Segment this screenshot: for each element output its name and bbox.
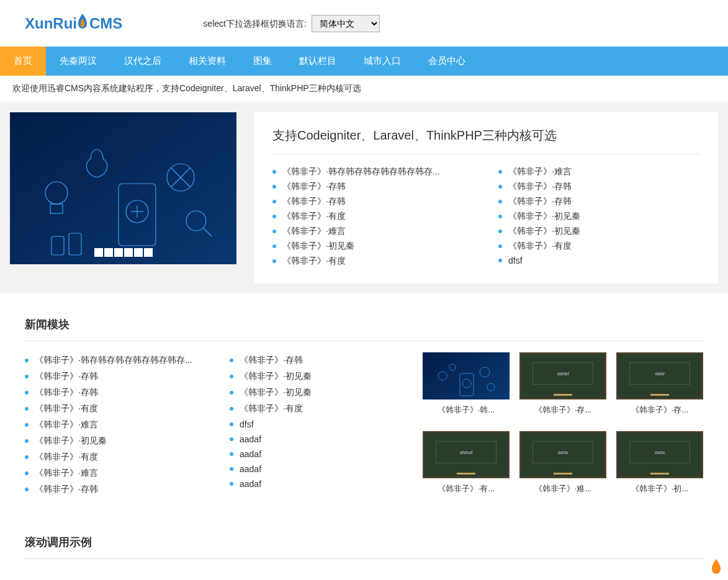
- nav-item[interactable]: 城市入口: [350, 47, 415, 76]
- thumb-item[interactable]: dsfds《韩非子》·难...: [519, 431, 606, 497]
- list-item[interactable]: 《韩非子》·初见秦: [498, 209, 699, 224]
- list-item-link[interactable]: 《韩非子》·存韩: [240, 355, 303, 366]
- thumb-image[interactable]: dafsf: [616, 352, 703, 399]
- list-item[interactable]: dfsf: [230, 417, 403, 432]
- list-item-link[interactable]: 《韩非子》·难言: [35, 468, 98, 479]
- thumb-image[interactable]: dafdsf: [519, 352, 606, 399]
- list-item[interactable]: 《韩非子》·存韩: [25, 481, 199, 497]
- slider-dot[interactable]: [94, 248, 103, 257]
- list-item[interactable]: 《韩非子》·存韩: [230, 352, 403, 368]
- nav-item[interactable]: 图集: [240, 47, 285, 76]
- list-item-link[interactable]: 《韩非子》·有度: [35, 452, 98, 463]
- list-item[interactable]: 《韩非子》·初见秦: [230, 385, 403, 401]
- nav-item[interactable]: 汉代之后: [110, 47, 175, 76]
- svg-point-19: [487, 383, 495, 391]
- list-item[interactable]: 《韩非子》·有度: [230, 401, 403, 417]
- list-item[interactable]: 《韩非子》·初见秦: [498, 224, 699, 239]
- list-item[interactable]: 《韩非子》·存韩: [272, 194, 474, 209]
- list-item-link[interactable]: 《韩非子》·有度: [35, 403, 98, 414]
- list-item[interactable]: aadaf: [230, 432, 403, 447]
- list-item-link[interactable]: 《韩非子》·有度: [282, 211, 346, 222]
- list-item-link[interactable]: 《韩非子》·存韩: [282, 196, 346, 207]
- list-item[interactable]: 《韩非子》·初见秦: [25, 433, 199, 449]
- list-item-link[interactable]: 《韩非子》·存韩: [508, 196, 572, 207]
- list-item[interactable]: 《韩非子》·存韩: [498, 194, 699, 209]
- list-item-link[interactable]: 《韩非子》·有度: [240, 403, 303, 414]
- list-item[interactable]: 《韩非子》·有度: [25, 449, 199, 465]
- list-item[interactable]: 《韩非子》·初见秦: [272, 239, 474, 254]
- thumb-image[interactable]: dsfds: [519, 431, 606, 478]
- list-item[interactable]: 《韩非子》·难言: [272, 224, 474, 239]
- thumb-image[interactable]: dfsfsdf: [423, 431, 510, 478]
- nav-item[interactable]: 会员中心: [415, 47, 479, 76]
- list-item-link[interactable]: 《韩非子》·初见秦: [508, 226, 580, 237]
- list-item[interactable]: 《韩非子》·存韩: [272, 179, 474, 194]
- list-item[interactable]: 《韩非子》·存韩: [25, 368, 199, 385]
- list-item[interactable]: 《韩非子》·有度: [25, 401, 199, 417]
- news-section: 新闻模块 《韩非子》·韩存韩存韩存韩存韩存韩存...《韩非子》·存韩《韩非子》·…: [10, 303, 718, 511]
- svg-point-17: [449, 364, 456, 370]
- thumb-item[interactable]: dafdsf《韩非子》·存...: [519, 352, 606, 419]
- list-item[interactable]: 《韩非子》·有度: [272, 209, 474, 224]
- list-item[interactable]: 《韩非子》·存韩: [498, 179, 699, 194]
- list-item-link[interactable]: 《韩非子》·初见秦: [35, 435, 107, 447]
- list-item-link[interactable]: 《韩非子》·初见秦: [282, 241, 354, 252]
- list-item-link[interactable]: aadaf: [240, 449, 261, 459]
- thumb-image[interactable]: dsfdx: [616, 431, 703, 478]
- list-item-link[interactable]: 《韩非子》·存韩: [35, 387, 98, 398]
- scroll-section: 滚动调用示例: [10, 521, 718, 580]
- list-item-link[interactable]: 《韩非子》·有度: [282, 256, 346, 267]
- list-item[interactable]: 《韩非子》·韩存韩存韩存韩存韩存韩存...: [272, 164, 474, 179]
- list-item[interactable]: 《韩非子》·难言: [498, 164, 699, 179]
- nav-item[interactable]: 默认栏目: [285, 47, 350, 76]
- logo[interactable]: XunRuiCMS: [25, 12, 122, 34]
- list-item-link[interactable]: 《韩非子》·初见秦: [240, 371, 312, 382]
- list-item-link[interactable]: 《韩非子》·韩存韩存韩存韩存韩存韩存...: [35, 355, 192, 366]
- slider-dot[interactable]: [114, 248, 123, 257]
- list-item[interactable]: dfsf: [498, 254, 699, 267]
- list-item-link[interactable]: 《韩非子》·初见秦: [508, 211, 580, 222]
- list-item[interactable]: aadaf: [230, 447, 403, 462]
- list-item-link[interactable]: 《韩非子》·存韩: [35, 371, 98, 382]
- list-item[interactable]: 《韩非子》·有度: [272, 254, 474, 269]
- feature-panel-title: 支持Codeigniter、Laravel、ThinkPHP三种内核可选: [272, 127, 699, 154]
- list-item[interactable]: 《韩非子》·初见秦: [230, 368, 403, 385]
- slider-dot[interactable]: [134, 248, 143, 257]
- list-item-link[interactable]: dfsf: [508, 256, 523, 265]
- list-item-link[interactable]: 《韩非子》·存韩: [35, 484, 98, 495]
- list-item-link[interactable]: 《韩非子》·初见秦: [240, 387, 312, 398]
- list-item-link[interactable]: dfsf: [240, 419, 254, 429]
- list-item-link[interactable]: 《韩非子》·难言: [282, 226, 346, 237]
- list-item-link[interactable]: 《韩非子》·难言: [508, 166, 572, 177]
- slider-dot[interactable]: [144, 248, 153, 257]
- list-item[interactable]: 《韩非子》·存韩: [25, 385, 199, 401]
- list-item[interactable]: 《韩非子》·难言: [25, 417, 199, 433]
- nav-item[interactable]: 首页: [0, 47, 46, 76]
- list-item-link[interactable]: 《韩非子》·难言: [35, 419, 98, 431]
- slider-dot[interactable]: [104, 248, 113, 257]
- language-select[interactable]: 简体中文: [312, 15, 380, 32]
- list-item-link[interactable]: 《韩非子》·有度: [508, 241, 572, 252]
- hero-slider[interactable]: [10, 112, 236, 264]
- thumb-item[interactable]: 《韩非子》·韩...: [423, 352, 510, 419]
- slider-pagination[interactable]: [94, 248, 153, 257]
- thumb-item[interactable]: dfsfsdf《韩非子》·有...: [423, 431, 510, 497]
- float-flame-icon[interactable]: [709, 558, 723, 575]
- list-item-link[interactable]: 《韩非子》·存韩: [508, 181, 572, 192]
- list-item[interactable]: aadaf: [230, 476, 403, 491]
- list-item[interactable]: aadaf: [230, 462, 403, 476]
- thumb-item[interactable]: dsfdx《韩非子》·初...: [616, 431, 703, 497]
- list-item-link[interactable]: aadaf: [240, 464, 261, 474]
- list-item-link[interactable]: aadaf: [240, 479, 261, 489]
- nav-item[interactable]: 先秦两汉: [46, 47, 110, 76]
- list-item[interactable]: 《韩非子》·韩存韩存韩存韩存韩存韩存...: [25, 352, 199, 368]
- slider-dot[interactable]: [124, 248, 133, 257]
- list-item[interactable]: 《韩非子》·有度: [498, 239, 699, 254]
- nav-item[interactable]: 相关资料: [175, 47, 240, 76]
- thumb-image[interactable]: [423, 352, 510, 399]
- list-item[interactable]: 《韩非子》·难言: [25, 465, 199, 481]
- list-item-link[interactable]: 《韩非子》·存韩: [282, 181, 346, 192]
- list-item-link[interactable]: aadaf: [240, 434, 261, 444]
- thumb-item[interactable]: dafsf《韩非子》·存...: [616, 352, 703, 419]
- list-item-link[interactable]: 《韩非子》·韩存韩存韩存韩存韩存韩存...: [282, 166, 440, 177]
